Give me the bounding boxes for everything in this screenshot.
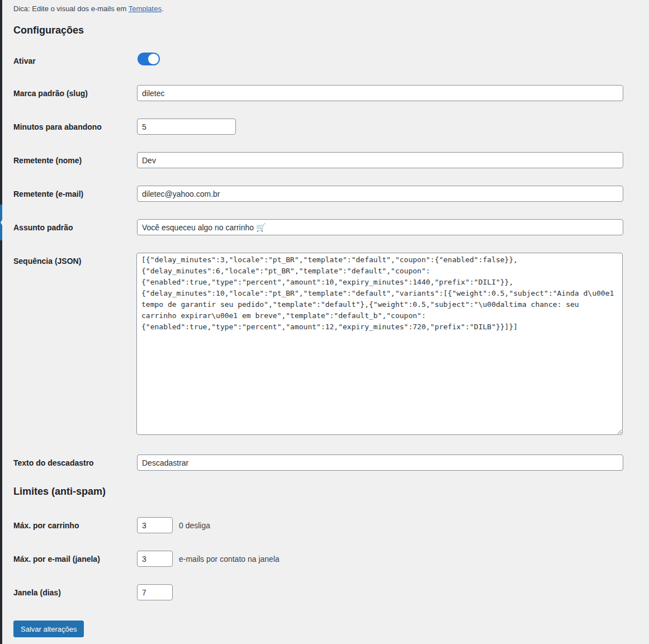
window-days-input[interactable] bbox=[137, 584, 173, 600]
current-item-arrow-icon bbox=[1, 220, 2, 225]
abandon-minutes-label: Minutos para abandono bbox=[13, 122, 102, 131]
abandon-minutes-input[interactable] bbox=[137, 119, 236, 135]
tip-suffix: . bbox=[162, 4, 164, 13]
sender-name-input[interactable] bbox=[137, 152, 623, 168]
tip-prefix: Dica: Edite o visual dos e-mails em bbox=[13, 4, 129, 13]
sequence-label: Sequência (JSON) bbox=[13, 257, 81, 266]
max-cart-desc: 0 desliga bbox=[179, 521, 210, 530]
section-title-limites: Limites (anti-spam) bbox=[13, 486, 106, 498]
max-email-desc: e-mails por contato na janela bbox=[179, 555, 280, 564]
admin-menu-strip bbox=[0, 0, 2, 644]
max-email-input[interactable] bbox=[137, 551, 173, 567]
sequence-json-textarea[interactable] bbox=[136, 253, 623, 435]
brand-input[interactable] bbox=[137, 85, 623, 101]
tip-text: Dica: Edite o visual dos e-mails em Temp… bbox=[13, 4, 164, 13]
save-button[interactable]: Salvar alterações bbox=[13, 621, 84, 637]
max-cart-label: Máx. por carrinho bbox=[13, 521, 79, 530]
settings-page: Dica: Edite o visual dos e-mails em Temp… bbox=[0, 0, 649, 644]
sender-email-input[interactable] bbox=[137, 186, 623, 202]
toggle-knob bbox=[148, 54, 159, 64]
subject-label: Assunto padrão bbox=[13, 223, 73, 232]
ativar-label: Ativar bbox=[13, 56, 36, 65]
ativar-toggle[interactable] bbox=[138, 53, 160, 65]
admin-menu-active-item[interactable] bbox=[0, 205, 2, 240]
sender-email-label: Remetente (e-mail) bbox=[13, 190, 83, 198]
max-email-label: Máx. por e-mail (janela) bbox=[13, 555, 100, 564]
section-title-configuracoes: Configurações bbox=[13, 25, 84, 36]
templates-link[interactable]: Templates bbox=[129, 4, 162, 13]
window-days-label: Janela (dias) bbox=[13, 588, 61, 597]
unsubscribe-input[interactable] bbox=[137, 454, 623, 471]
sender-name-label: Remetente (nome) bbox=[13, 156, 82, 165]
unsubscribe-label: Texto do descadastro bbox=[13, 458, 94, 467]
max-cart-input[interactable] bbox=[137, 517, 173, 533]
subject-input[interactable] bbox=[137, 219, 623, 235]
brand-label: Marca padrão (slug) bbox=[13, 89, 88, 98]
